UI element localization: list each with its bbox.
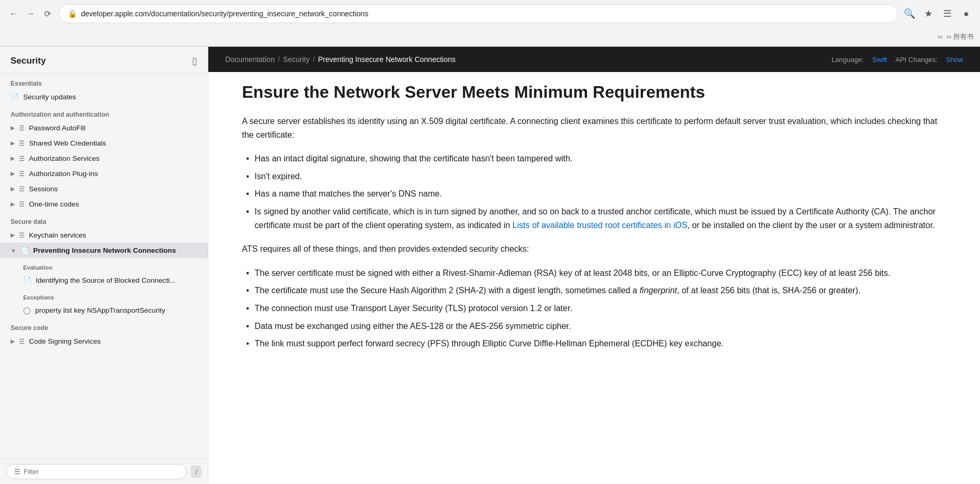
- breadcrumb-sep-1: /: [278, 55, 280, 64]
- api-dropdown[interactable]: Show: [946, 56, 963, 64]
- expand-icon-plugins: ▶: [11, 170, 15, 177]
- sidebar-item-preventing-insecure[interactable]: ▼ 📄 Preventing Insecure Network Connecti…: [0, 243, 208, 258]
- doc-icon: 📄: [11, 93, 19, 101]
- language-label: Language:: [832, 56, 864, 64]
- main-content[interactable]: Ensure the Network Server Meets Minimum …: [208, 72, 980, 484]
- bullet-signature: Has an intact digital signature, showing…: [242, 150, 946, 168]
- reload-button[interactable]: ⟳: [40, 6, 55, 21]
- bullet-rsa: The server certificate must be signed wi…: [242, 264, 946, 282]
- ats-bullets: The server certificate must be signed wi…: [242, 264, 946, 353]
- bullet-tls: The connection must use Transport Layer …: [242, 300, 946, 317]
- identifying-source-label: Identifying the Source of Blocked Connec…: [36, 276, 197, 284]
- expand-icon-auth: ▶: [11, 155, 15, 162]
- filter-slash-button[interactable]: /: [191, 466, 201, 478]
- content-area: Documentation / Security / Preventing In…: [208, 47, 980, 484]
- sidebar-item-authorization-plugins[interactable]: ▶ ☰ Authorization Plug-ins: [0, 166, 208, 181]
- expand-icon-code-signing: ▶: [11, 338, 15, 345]
- forward-button[interactable]: →: [23, 6, 38, 21]
- security-updates-label: Security updates: [23, 93, 197, 101]
- language-dropdown[interactable]: Swift: [872, 56, 887, 64]
- sessions-label: Sessions: [29, 185, 197, 193]
- shared-web-creds-label: Shared Web Credentials: [29, 139, 197, 147]
- bullet-expired: Isn't expired.: [242, 168, 946, 186]
- expand-icon-password: ▶: [11, 125, 15, 131]
- nav-buttons: ← → ⟳: [6, 6, 55, 21]
- sidebar-item-keychain-services[interactable]: ▶ ☰ Keychain services: [0, 228, 208, 243]
- list-icon-password: ☰: [19, 125, 25, 132]
- auth-section-label: Authorization and authentication: [0, 105, 208, 120]
- expand-icon-preventing: ▼: [11, 248, 16, 254]
- filter-input[interactable]: ☰ Filter: [6, 464, 187, 479]
- sidebar-button[interactable]: ☰: [940, 6, 955, 21]
- address-bar[interactable]: 🔒 developer.apple.com/documentation/secu…: [59, 4, 898, 23]
- breadcrumb: Documentation / Security / Preventing In…: [225, 55, 456, 64]
- api-label: API Changes:: [895, 56, 937, 64]
- back-button[interactable]: ←: [6, 6, 21, 21]
- sidebar-item-one-time-codes[interactable]: ▶ ☰ One-time codes: [0, 197, 208, 212]
- bullet-sha2: The certificate must use the Secure Hash…: [242, 282, 946, 300]
- app-layout: Security ▯ Essentials 📄 Security updates…: [0, 47, 980, 484]
- sidebar-toggle-button[interactable]: ▯: [192, 55, 197, 67]
- active-doc-icon: 📄: [21, 246, 29, 254]
- sidebar-item-password-autofill[interactable]: ▶ ☰ Password AutoFill: [0, 120, 208, 136]
- trusted-certs-link[interactable]: Lists of available trusted root certific…: [512, 221, 688, 230]
- toolbar-actions: 🔍 ★ ☰ ●: [902, 6, 974, 21]
- doc-icon-sub: 📄: [23, 276, 32, 284]
- expand-icon-shared: ▶: [11, 140, 15, 147]
- page-heading: Ensure the Network Server Meets Minimum …: [242, 83, 946, 102]
- intro-paragraph: A secure server establishes its identity…: [242, 115, 946, 141]
- doc-nav: Documentation / Security / Preventing In…: [208, 47, 980, 72]
- sidebar-filter: ☰ Filter /: [0, 458, 208, 484]
- sidebar-header: Security ▯: [0, 47, 208, 74]
- browser-chrome: ← → ⟳ 🔒 developer.apple.com/documentatio…: [0, 0, 980, 47]
- bookmark-button[interactable]: ★: [921, 6, 936, 21]
- breadcrumb-sep-2: /: [313, 55, 315, 64]
- breadcrumb-documentation[interactable]: Documentation: [225, 55, 275, 64]
- one-time-codes-label: One-time codes: [29, 200, 197, 208]
- doc-nav-controls: Language: Swift API Changes: Show: [832, 56, 963, 64]
- exceptions-label: Exceptions: [0, 288, 208, 303]
- sidebar-item-identifying-source[interactable]: 📄 Identifying the Source of Blocked Conn…: [0, 273, 208, 288]
- secure-code-label: Secure code: [0, 318, 208, 334]
- expand-icon-otp: ▶: [11, 201, 15, 208]
- keychain-services-label: Keychain services: [29, 231, 197, 239]
- breadcrumb-security[interactable]: Security: [283, 55, 310, 64]
- sidebar-item-security-updates[interactable]: 📄 Security updates: [0, 89, 208, 105]
- list-icon-auth: ☰: [19, 155, 25, 162]
- authorization-services-label: Authorization Services: [29, 155, 197, 162]
- bullet-dns: Has a name that matches the server's DNS…: [242, 185, 946, 203]
- lock-icon: 🔒: [68, 9, 77, 18]
- expand-icon-keychain: ▶: [11, 232, 15, 239]
- expand-tabs-icon[interactable]: ››: [938, 33, 943, 40]
- password-autofill-label: Password AutoFill: [29, 124, 197, 132]
- sidebar-item-authorization-services[interactable]: ▶ ☰ Authorization Services: [0, 151, 208, 166]
- expand-icon-sessions: ▶: [11, 186, 15, 192]
- bullet-pfs: The link must support perfect forward se…: [242, 335, 946, 353]
- tabs-extra: ›› ›› 所有书: [938, 32, 974, 42]
- browser-toolbar: ← → ⟳ 🔒 developer.apple.com/documentatio…: [0, 0, 980, 27]
- ats-intro: ATS requires all of these things, and th…: [242, 242, 946, 256]
- profile-button[interactable]: ●: [959, 6, 974, 21]
- plist-icon: ◯: [23, 306, 31, 314]
- code-signing-label: Code Signing Services: [29, 337, 197, 345]
- sidebar-item-property-list[interactable]: ◯ property list key NSAppTransportSecuri…: [0, 303, 208, 318]
- search-button[interactable]: 🔍: [902, 6, 917, 21]
- filter-icon: ☰: [14, 468, 21, 476]
- bullet-aes: Data must be exchanged using either the …: [242, 317, 946, 335]
- tabs-bar: ›› ›› 所有书: [0, 27, 980, 46]
- bookmarks-label: ›› 所有书: [947, 32, 974, 42]
- intro-bullets: Has an intact digital signature, showing…: [242, 150, 946, 234]
- list-icon-code-signing: ☰: [19, 338, 25, 345]
- url-text: developer.apple.com/documentation/securi…: [81, 9, 889, 18]
- bullet-signed: Is signed by another valid certificate, …: [242, 203, 946, 234]
- authorization-plugins-label: Authorization Plug-ins: [29, 170, 197, 178]
- sidebar-item-sessions[interactable]: ▶ ☰ Sessions: [0, 181, 208, 197]
- sidebar-item-shared-web-credentials[interactable]: ▶ ☰ Shared Web Credentials: [0, 136, 208, 151]
- list-icon-shared: ☰: [19, 140, 25, 147]
- sidebar-item-code-signing[interactable]: ▶ ☰ Code Signing Services: [0, 334, 208, 349]
- list-icon-sessions: ☰: [19, 186, 25, 193]
- sidebar-scroll[interactable]: Essentials 📄 Security updates Authorizat…: [0, 74, 208, 458]
- secure-data-label: Secure data: [0, 212, 208, 228]
- list-icon-keychain: ☰: [19, 232, 25, 239]
- sidebar: Security ▯ Essentials 📄 Security updates…: [0, 47, 208, 484]
